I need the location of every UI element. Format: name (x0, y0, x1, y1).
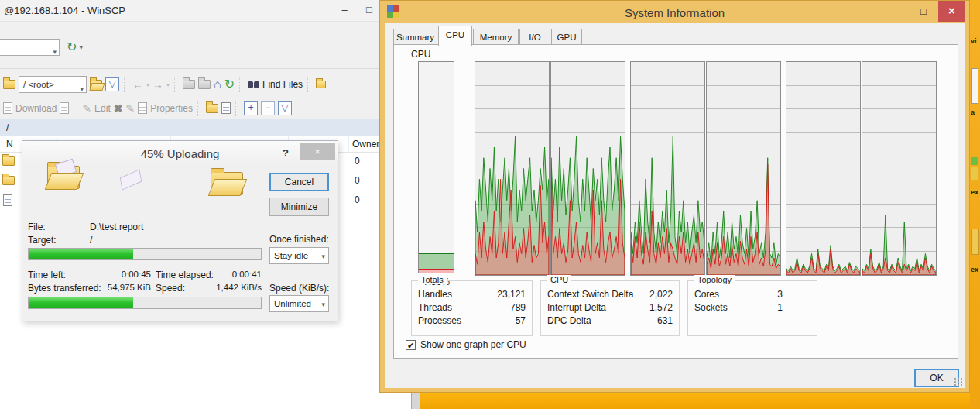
delete-icon[interactable]: ✖ (114, 102, 123, 115)
parent-directory-icon[interactable] (183, 80, 195, 89)
chevron-down-icon[interactable]: ▾ (53, 44, 57, 60)
minimize-button[interactable]: – (891, 3, 910, 19)
folder-icon (2, 156, 15, 166)
collapse-icon[interactable]: − (261, 101, 275, 115)
folder-icon (2, 176, 15, 185)
source-folder-icon (47, 166, 81, 191)
system-information-window: System Information – □ × Summary CPU Mem… (379, 0, 970, 393)
resize-grip[interactable] (954, 377, 964, 387)
download-icon[interactable] (3, 102, 12, 114)
show-one-graph-label[interactable]: Show one graph per CPU (420, 339, 526, 350)
find-files-button[interactable]: Find Files (262, 79, 303, 90)
cpu1-history-graph (550, 61, 625, 276)
once-finished-select[interactable]: Stay idle ▾ (269, 247, 329, 264)
close-button[interactable]: × (938, 1, 965, 22)
tab-cpu[interactable]: CPU (438, 26, 472, 46)
speed-limit-value: Unlimited (274, 299, 311, 308)
target-value: / (90, 235, 92, 246)
forward-icon[interactable]: → (152, 78, 163, 91)
remote-path-bar[interactable]: / (0, 119, 420, 136)
time-elapsed-label: Time elapsed: (156, 270, 214, 280)
synchronize-folders-icon[interactable] (316, 81, 326, 88)
totals-caption: Totals (418, 275, 447, 284)
edit-pencil-icon[interactable]: ✎ (82, 102, 91, 115)
winscp-maximize-button[interactable]: □ (358, 0, 381, 19)
show-one-graph-checkbox[interactable]: ✔ (406, 340, 416, 350)
interrupt-delta-label: Interrupt Delta (547, 302, 606, 313)
chevron-down-icon[interactable]: ▾ (146, 81, 149, 88)
download-and-delete-icon[interactable] (60, 102, 69, 114)
refresh-icon[interactable]: ↻ (224, 78, 235, 91)
threads-value: 789 (510, 302, 526, 313)
name-column-header[interactable]: N (6, 139, 13, 150)
owner-column-header[interactable]: Owner (352, 139, 379, 150)
cancel-button[interactable]: Cancel (269, 173, 329, 191)
desktop-background-strip (420, 393, 980, 409)
file-progress-bar (28, 248, 262, 260)
cpu-caption: CPU (547, 275, 571, 284)
session-combobox[interactable]: ▾ (0, 39, 60, 56)
once-finished-value: Stay idle (274, 251, 308, 260)
expand-icon[interactable]: + (244, 101, 258, 115)
chevron-down-icon[interactable]: ▾ (321, 297, 325, 312)
remote-path-value: / <root> (23, 80, 54, 89)
tab-gpu[interactable]: GPU (551, 29, 582, 45)
time-left-value: 0:00:45 (114, 270, 151, 279)
new-folder-icon[interactable] (206, 104, 218, 113)
properties-button[interactable]: Properties (150, 103, 193, 114)
remote-path-combobox[interactable]: / <root> ▾ (19, 76, 87, 93)
file-value: D:\test.report (90, 222, 143, 232)
target-folder-icon (211, 172, 245, 197)
root-directory-icon[interactable] (198, 80, 211, 89)
handles-label: Handles (418, 289, 452, 300)
totals-groupbox: Totals Handles23,121 Threads789 Processe… (411, 280, 533, 336)
navigation-toolbar: / <root> ▾ ▽ ← ▾ → ▾ ⌂ ↻ Find Files (0, 73, 420, 96)
minimize-button[interactable]: Minimize (269, 198, 329, 216)
tab-io[interactable]: I/O (519, 29, 550, 45)
cores-value: 3 (777, 289, 783, 300)
owner-cell: 0 (355, 175, 360, 186)
close-icon[interactable]: × (300, 143, 335, 160)
cpu-gauge-fill (419, 253, 454, 269)
desktop-icon-label-fragment: vi (971, 37, 977, 45)
time-left-label: Time left: (28, 270, 66, 280)
sockets-label: Sockets (694, 302, 728, 313)
rename-icon[interactable]: ✎ (126, 102, 135, 115)
filter-icon[interactable]: ▽ (278, 101, 292, 115)
file-commands-toolbar: Download ✎ Edit ✖ ✎ Properties + − ▽ (0, 98, 420, 119)
cpu-usage-gauge (418, 61, 454, 273)
maximize-button[interactable]: □ (914, 3, 933, 19)
new-file-icon[interactable] (221, 102, 231, 114)
download-button[interactable]: Download (15, 103, 57, 114)
cpu-groupbox: CPU Context Switch Delta2,022 Interrupt … (540, 280, 680, 336)
sync-globe-icon: ↻ (67, 41, 77, 53)
speed-value: 1,442 KiB/s (209, 283, 262, 292)
filter-icon[interactable]: ▽ (105, 77, 119, 91)
desktop-edge-sliver: vi a ex ex (970, 0, 980, 409)
tab-summary[interactable]: Summary (393, 29, 437, 45)
chevron-down-icon[interactable]: ▾ (166, 81, 170, 88)
winscp-titlebar[interactable]: @192.168.1.104 - WinSCP – □ (0, 0, 420, 22)
toolbar-separator (124, 77, 128, 92)
properties-icon[interactable] (138, 102, 147, 114)
open-directory-icon[interactable] (90, 80, 102, 89)
system-information-title: System Information (380, 6, 969, 19)
cpu4-history-graph (786, 61, 861, 276)
context-switch-delta-label: Context Switch Delta (547, 289, 633, 300)
cpu-section-label: CPU (411, 49, 430, 60)
file-label: File: (28, 222, 46, 232)
edit-button[interactable]: Edit (94, 103, 111, 114)
total-progress-fill (29, 297, 133, 308)
tab-memory[interactable]: Memory (473, 29, 519, 45)
bytes-transferred-label: Bytes transferred: (28, 283, 101, 294)
ok-button[interactable]: OK (914, 369, 959, 387)
help-icon[interactable]: ? (283, 147, 289, 159)
home-icon[interactable]: ⌂ (214, 78, 221, 91)
back-icon[interactable]: ← (132, 78, 143, 91)
chevron-down-icon[interactable]: ▾ (321, 249, 325, 264)
winscp-minimize-button[interactable]: – (333, 0, 356, 19)
sync-browsing-button[interactable]: ↻ ▾ (67, 38, 96, 57)
chevron-down-icon[interactable]: ▾ (79, 43, 83, 51)
speed-limit-select[interactable]: Unlimited ▾ (269, 295, 329, 312)
chevron-down-icon[interactable]: ▾ (80, 81, 84, 97)
